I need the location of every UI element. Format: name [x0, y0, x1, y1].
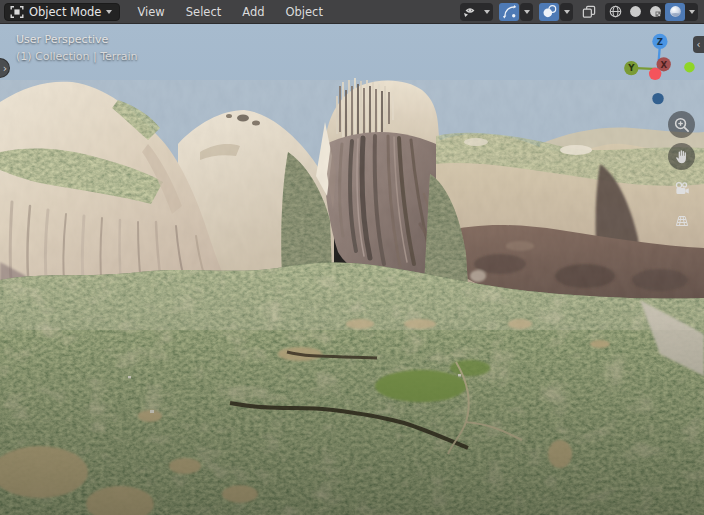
object-visibility-button[interactable]: [460, 3, 480, 21]
chevron-down-icon: [524, 10, 530, 14]
gizmo-x-label: X: [660, 60, 667, 70]
3d-viewport[interactable]: User Perspective (1) Collection | Terrai…: [0, 24, 704, 515]
overlays-dropdown[interactable]: [560, 3, 573, 21]
xray-icon: [581, 4, 597, 19]
gizmo-icon: [502, 4, 517, 19]
gizmo-y-label: Y: [627, 63, 635, 73]
menu-view[interactable]: View: [135, 3, 166, 21]
header-right-controls: [460, 3, 698, 21]
menu-select[interactable]: Select: [184, 3, 223, 21]
navigation-gizmo[interactable]: X Z Y: [617, 29, 699, 111]
object-mode-icon: [10, 5, 24, 19]
gizmo-axis-x-pos[interactable]: [649, 68, 661, 80]
mode-label: Object Mode: [29, 5, 101, 19]
rendered-icon: [668, 4, 683, 19]
shading-rendered-button[interactable]: [665, 3, 685, 21]
chevron-down-icon: [564, 10, 570, 14]
menu-object[interactable]: Object: [284, 3, 325, 21]
wireframe-icon: [608, 4, 623, 19]
shading-dropdown[interactable]: [685, 3, 698, 21]
pan-hand-icon: [673, 148, 690, 165]
camera-view-button[interactable]: [668, 175, 695, 202]
show-overlays-button[interactable]: [539, 3, 559, 21]
shading-solid-button[interactable]: [625, 3, 645, 21]
terrain-render[interactable]: [0, 24, 704, 515]
pan-button[interactable]: [668, 143, 695, 170]
gizmo-axis-z-neg[interactable]: [652, 93, 663, 104]
viewport-tools: [668, 111, 695, 234]
chevron-down-icon: [689, 10, 695, 14]
chevron-down-icon: [484, 10, 490, 14]
object-visibility-group: [460, 3, 493, 21]
shading-wireframe-button[interactable]: [605, 3, 625, 21]
chevron-right-icon: ›: [3, 62, 7, 75]
gizmo-axis-y-neg[interactable]: [684, 62, 694, 72]
zoom-icon: [673, 116, 690, 133]
overlays-icon: [542, 4, 557, 19]
viewport-header: Object Mode View Select Add Object: [0, 0, 704, 24]
shading-mode-group: [605, 3, 698, 21]
shading-material-button[interactable]: [645, 3, 665, 21]
visibility-dropdown[interactable]: [480, 3, 493, 21]
zoom-button[interactable]: [668, 111, 695, 138]
orthographic-grid-icon: [673, 212, 691, 230]
mode-dropdown[interactable]: Object Mode: [4, 3, 120, 21]
blender-window: Object Mode View Select Add Object: [0, 0, 704, 515]
solid-icon: [628, 4, 643, 19]
material-preview-icon: [648, 4, 663, 19]
menu-add[interactable]: Add: [240, 3, 266, 21]
camera-view-icon: [673, 180, 691, 198]
toggle-xray-button[interactable]: [579, 3, 599, 21]
show-gizmo-button[interactable]: [499, 3, 519, 21]
menu-bar: View Select Add Object: [135, 3, 325, 21]
visibility-icon: [462, 5, 478, 19]
chevron-down-icon: [106, 10, 112, 14]
gizmo-z-label: Z: [657, 37, 663, 47]
gizmo-dropdown[interactable]: [520, 3, 533, 21]
orthographic-toggle-button[interactable]: [668, 207, 695, 234]
